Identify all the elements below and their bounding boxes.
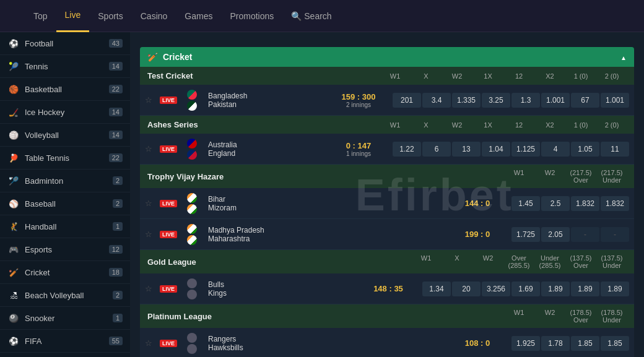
team1-name: Bihar xyxy=(208,195,443,204)
team-logos xyxy=(181,278,203,299)
team-logos xyxy=(181,193,203,214)
odd-button-5[interactable]: 1.89 xyxy=(571,282,599,296)
sub-section-header-ashes-series: Ashes Series W1XW21X12X21 (0)2 (0) xyxy=(140,116,634,134)
nav-live[interactable]: Live xyxy=(56,0,90,32)
match-score: 159 : 300 2 innings xyxy=(324,92,393,108)
col-headers: W1XW2Over (285.5)Under (285.5)(137.5) Ov… xyxy=(411,254,627,269)
sport-label: Football xyxy=(25,39,109,48)
nav-top[interactable]: Top xyxy=(25,0,56,32)
sport-label: Table Tennis xyxy=(25,153,109,163)
team2-logo xyxy=(187,344,197,354)
odd-button-1[interactable]: 2.05 xyxy=(541,227,570,242)
score-value: 148 : 35 xyxy=(354,284,422,293)
col-header: (217.5) Over xyxy=(566,169,596,184)
col-headers: W1XW21X12X21 (0)2 (0) xyxy=(380,72,627,80)
match-row: ☆ LIVE Bangladesh Pakistan 159 : 300 2 i… xyxy=(140,85,634,116)
odd-button-2[interactable]: 1.832 xyxy=(571,196,599,211)
odd-button-1[interactable]: 1.78 xyxy=(541,336,570,351)
sidebar-item-mortal-kombat[interactable]: 🥊 Mortal Kombat 16 xyxy=(0,353,130,357)
odd-button-0[interactable]: 1.725 xyxy=(511,227,540,242)
odd-button-4[interactable]: 1.89 xyxy=(541,282,570,296)
favorite-icon[interactable]: ☆ xyxy=(145,284,156,293)
sidebar-item-snooker[interactable]: 🎱 Snooker 1 xyxy=(0,307,130,330)
odd-button-6[interactable]: 1.89 xyxy=(601,282,629,296)
nav-promotions[interactable]: Promotions xyxy=(221,0,282,32)
nav-games[interactable]: Games xyxy=(176,0,221,32)
sub-section-title: Gold League xyxy=(147,257,411,267)
odds-container: 1.34203.2561.691.891.891.89 xyxy=(422,282,629,296)
sub-section-title: Trophy Vijay Hazare xyxy=(147,172,504,181)
match-row: ☆ LIVE Australia England 0 : 147 1 innin… xyxy=(140,134,634,165)
team2-logo xyxy=(187,101,197,111)
search-icon: 🔍 xyxy=(291,11,302,21)
odd-button-3[interactable]: 1.832 xyxy=(601,196,629,211)
sidebar-item-football[interactable]: ⚽ Football 43 xyxy=(0,32,130,55)
nav-casino[interactable]: Casino xyxy=(132,0,176,32)
odd-button-3[interactable]: 1.04 xyxy=(482,142,510,157)
team1-logo xyxy=(187,224,197,234)
match-row: ☆ LIVE Rangers Hawksbills 108 : 0 1.9251… xyxy=(140,328,634,357)
odd-button-0[interactable]: 1.34 xyxy=(422,282,451,296)
odd-button-1[interactable]: 2.5 xyxy=(541,196,570,211)
sidebar-item-baseball[interactable]: ⚾ Baseball 2 xyxy=(0,192,130,215)
sport-label: FIFA xyxy=(25,337,109,346)
odd-button-5[interactable]: 1.001 xyxy=(541,93,570,108)
odd-button-2[interactable]: 1.335 xyxy=(452,93,481,108)
col-header: (137.5) Under xyxy=(597,254,627,269)
sidebar-item-basketball[interactable]: 🏀 Basketball 22 xyxy=(0,78,130,101)
nav-sports[interactable]: Sports xyxy=(89,0,131,32)
odd-button-3[interactable]: 1.69 xyxy=(511,282,540,296)
sidebar-item-volleyball[interactable]: 🏐 Volleyball 14 xyxy=(0,124,130,147)
odds-container: 1.226131.041.12541.0511 xyxy=(393,142,629,157)
odd-button-5[interactable]: 4 xyxy=(541,142,570,157)
odd-button-7[interactable]: 11 xyxy=(601,142,629,157)
odd-button-0[interactable]: 1.925 xyxy=(511,336,540,351)
odd-button-4[interactable]: 1.125 xyxy=(511,142,540,157)
col-header: W1 xyxy=(504,169,534,184)
odd-button-1[interactable]: 6 xyxy=(422,142,451,157)
nav-search[interactable]: 🔍 Search xyxy=(282,0,340,32)
sport-icon: 🏒 xyxy=(7,106,20,118)
sidebar-item-table-tennis[interactable]: 🏓 Table Tennis 22 xyxy=(0,147,130,170)
sidebar-item-esports[interactable]: 🎮 Esports 12 xyxy=(0,238,130,261)
odd-button-3[interactable]: 1.85 xyxy=(601,336,629,351)
odd-button-7[interactable]: 1.001 xyxy=(601,93,629,108)
team1-logo xyxy=(187,139,197,148)
sidebar-item-ice-hockey[interactable]: 🏒 Ice Hockey 14 xyxy=(0,101,130,124)
sport-count: 2 xyxy=(113,291,123,299)
sidebar-item-beach-volleyball[interactable]: 🏖 Beach Volleyball 2 xyxy=(0,284,130,307)
odd-button-6[interactable]: 67 xyxy=(571,93,599,108)
sub-section-title: Ashes Series xyxy=(147,120,380,129)
odd-button-0[interactable]: 1.22 xyxy=(393,142,421,157)
sport-count: 55 xyxy=(109,337,123,345)
sidebar-item-tennis[interactable]: 🎾 Tennis 14 xyxy=(0,55,130,78)
col-header: 2 (0) xyxy=(597,72,627,80)
odd-button-1[interactable]: 20 xyxy=(452,282,481,296)
odd-button-6[interactable]: 1.05 xyxy=(571,142,599,157)
favorite-icon[interactable]: ☆ xyxy=(145,199,156,208)
odd-button-2[interactable]: 13 xyxy=(452,142,481,157)
odd-button-2[interactable]: 3.256 xyxy=(482,282,510,296)
sport-label: Snooker xyxy=(25,314,113,323)
odd-button-0[interactable]: 201 xyxy=(393,93,421,108)
odd-button-4[interactable]: 1.3 xyxy=(511,93,540,108)
odd-button-2[interactable]: 1.85 xyxy=(571,336,599,351)
odd-button-3[interactable]: 3.25 xyxy=(482,93,510,108)
sidebar-item-cricket[interactable]: 🏏 Cricket 18 xyxy=(0,261,130,284)
sidebar-item-fifa[interactable]: ⚽ FIFA 55 xyxy=(0,330,130,353)
sport-label: Beach Volleyball xyxy=(25,291,113,300)
sport-label: Basketball xyxy=(25,85,109,94)
favorite-icon[interactable]: ☆ xyxy=(145,230,156,239)
favorite-icon[interactable]: ☆ xyxy=(145,338,156,348)
team1-name: Rangers xyxy=(208,335,443,343)
sport-icon: 🏀 xyxy=(7,83,20,95)
sidebar-item-badminton[interactable]: 🏸 Badminton 2 xyxy=(0,170,130,192)
sidebar-item-handball[interactable]: 🤾 Handball 1 xyxy=(0,215,130,238)
odd-button-1[interactable]: 3.4 xyxy=(422,93,451,108)
favorite-icon[interactable]: ☆ xyxy=(145,95,156,105)
odd-button-0[interactable]: 1.45 xyxy=(511,196,540,211)
sport-section-header[interactable]: 🏏 Cricket xyxy=(140,47,634,67)
col-header: X xyxy=(411,121,441,129)
favorite-icon[interactable]: ☆ xyxy=(145,144,156,153)
col-header: (178.5) Under xyxy=(597,309,627,324)
